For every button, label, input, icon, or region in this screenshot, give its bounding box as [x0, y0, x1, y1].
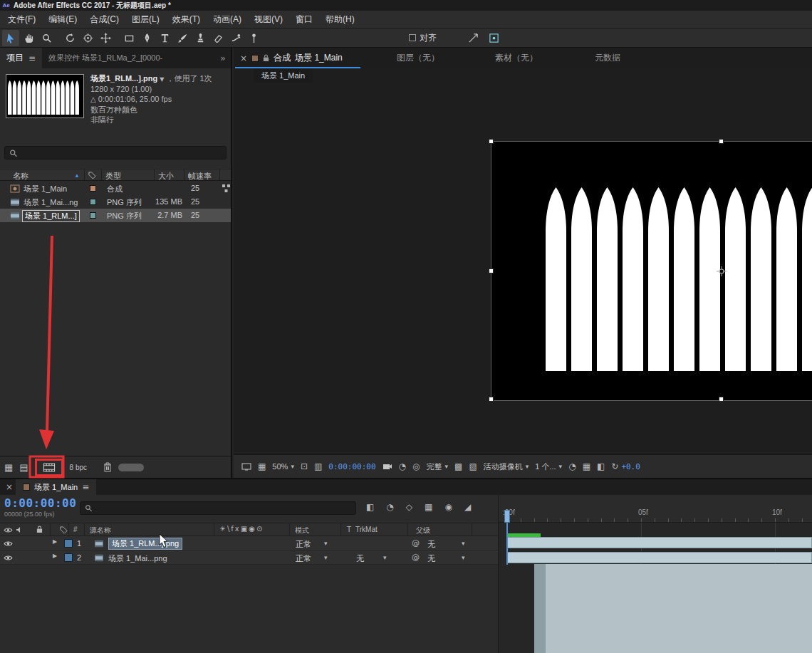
resolution-select[interactable]: 完整 ▾: [427, 461, 449, 472]
time-ruler[interactable]: :00f 05f 10f: [499, 495, 812, 523]
pen-tool[interactable]: [138, 30, 155, 46]
parent-pickwhip-icon[interactable]: @: [412, 539, 420, 547]
audio-speaker-icon[interactable]: [16, 526, 23, 533]
highlighted-new-composition-button[interactable]: [35, 459, 63, 476]
handle-bottom-mid[interactable]: [719, 397, 724, 402]
pan-behind-tool[interactable]: [97, 30, 114, 46]
lock-icon[interactable]: [263, 54, 269, 62]
brush-tool[interactable]: [174, 30, 191, 46]
viewer-comp-tab[interactable]: 场景 1_Main: [254, 68, 313, 83]
comp-mini-flowchart-icon[interactable]: ◧: [366, 503, 374, 511]
column-parent[interactable]: 父级: [416, 526, 430, 536]
zoom-tool[interactable]: [38, 30, 55, 46]
selection-tool[interactable]: [2, 30, 19, 46]
reset-exposure-icon[interactable]: ↻: [611, 462, 618, 471]
label-swatch[interactable]: [90, 185, 96, 192]
panel-menu-icon[interactable]: ≡: [28, 54, 36, 63]
blend-mode-select[interactable]: 正常: [296, 539, 311, 550]
fast-preview-icon[interactable]: ▩: [454, 462, 462, 471]
column-trkmat[interactable]: TrkMat: [355, 526, 378, 533]
tab-project[interactable]: 项目 ≡: [0, 48, 42, 68]
panel-menu-icon[interactable]: ≡: [82, 483, 89, 491]
project-row-footage[interactable]: 场景 1_Mai...ng PNG 序列 135 MB 25: [0, 195, 231, 209]
dropdown-arrow-icon[interactable]: ▾: [462, 540, 465, 547]
handle-top-mid[interactable]: [719, 139, 724, 144]
dropdown-arrow-icon[interactable]: ▾: [324, 540, 328, 547]
column-trkmat-t[interactable]: T: [347, 526, 351, 533]
project-row-comp[interactable]: 场景 1_Main 合成 25: [0, 182, 231, 195]
snap-align-toggle[interactable]: 对齐: [409, 32, 437, 44]
dropdown-arrow-icon[interactable]: ▾: [324, 555, 328, 561]
layer-duration-bar-2[interactable]: [507, 552, 812, 563]
layer-duration-bar-1[interactable]: [507, 537, 812, 548]
parent-pickwhip-icon[interactable]: @: [412, 553, 420, 561]
adjust-exposure-icon[interactable]: ◎: [412, 462, 420, 471]
frame-blending-icon[interactable]: ▦: [425, 503, 432, 511]
new-folder-icon[interactable]: ▤: [19, 463, 28, 472]
video-eye-icon[interactable]: [4, 540, 13, 547]
magnification-select[interactable]: 50% ▾: [272, 462, 294, 471]
new-composition-icon[interactable]: [43, 463, 56, 472]
menu-effect[interactable]: 效果(T): [166, 14, 207, 26]
rotation-tool[interactable]: [61, 30, 78, 46]
timeline-comp-tab[interactable]: 场景 1_Main ≡: [16, 479, 96, 495]
layer-name[interactable]: 场景 1_RLM...].png: [108, 538, 182, 550]
project-search-input[interactable]: [21, 149, 222, 157]
layer-row-2[interactable]: ▶ 2 场景 1_Mai...png 正常 ▾ 无 ▾ @ 无 ▾: [0, 550, 498, 565]
tab-footage[interactable]: 素材（无）: [495, 48, 538, 68]
project-search[interactable]: [4, 146, 227, 160]
label-column-icon[interactable]: [88, 172, 96, 179]
timeline-search-input[interactable]: [96, 504, 351, 513]
puppet-pin-tool[interactable]: [245, 30, 262, 46]
delete-trash-icon[interactable]: [103, 462, 112, 472]
menu-help[interactable]: 帮助(H): [319, 14, 361, 26]
column-fps[interactable]: 帧速率: [188, 171, 212, 182]
trkmat-select[interactable]: 无: [356, 553, 364, 564]
menu-layer[interactable]: 图层(L): [125, 14, 166, 26]
column-size[interactable]: 大小: [158, 171, 174, 182]
eraser-tool[interactable]: [209, 30, 227, 46]
filename-caret-icon[interactable]: ▼: [160, 76, 164, 83]
expand-arrow-icon[interactable]: ▶: [53, 553, 57, 559]
lock-icon[interactable]: [36, 526, 43, 533]
layer-label-chip[interactable]: [64, 553, 73, 562]
flowchart-button-icon[interactable]: ◧: [597, 462, 605, 471]
column-name[interactable]: 名称: [13, 171, 28, 182]
show-channel-icon[interactable]: ◔: [399, 462, 406, 471]
interpret-footage-icon[interactable]: ▦: [4, 463, 13, 472]
column-source-name[interactable]: 源名称: [90, 526, 111, 536]
align-checkbox[interactable]: [409, 34, 416, 41]
region-of-interest-icon[interactable]: ⊡: [301, 462, 308, 471]
tab-metadata[interactable]: 元数据: [595, 48, 620, 68]
video-eye-icon[interactable]: [4, 527, 13, 533]
parent-select[interactable]: 无: [427, 539, 435, 550]
column-index[interactable]: #: [73, 526, 78, 533]
mask-visibility-icon[interactable]: ▧: [469, 462, 477, 471]
handle-bottom-left[interactable]: [489, 397, 494, 402]
viewer-timecode[interactable]: 0:00:00:00: [328, 462, 375, 471]
parent-select[interactable]: 无: [427, 553, 435, 564]
expand-arrow-icon[interactable]: ▶: [53, 539, 57, 545]
preview-monitor-icon[interactable]: [241, 463, 251, 471]
motion-blur-icon[interactable]: ◉: [444, 503, 452, 511]
dropdown-arrow-icon[interactable]: ▾: [462, 555, 465, 561]
video-eye-icon[interactable]: [4, 555, 13, 561]
draft-3d-icon[interactable]: ◔: [386, 503, 393, 511]
menu-animation[interactable]: 动画(A): [207, 14, 248, 26]
bit-depth-button[interactable]: 8 bpc: [70, 464, 87, 471]
current-time-indicator[interactable]: [504, 510, 510, 523]
choose-grid-icon[interactable]: ▥: [314, 462, 322, 471]
tab-composition[interactable]: × 合成 场景 1_Main: [234, 48, 349, 68]
layer-switches-icons[interactable]: ☀\fx▣◉⊙: [219, 526, 264, 533]
close-tab-icon[interactable]: ×: [0, 483, 16, 491]
column-type[interactable]: 类型: [105, 171, 121, 182]
shape-tool[interactable]: [120, 30, 137, 46]
current-timecode[interactable]: 0:00:00:00: [4, 496, 76, 510]
layer-image[interactable]: [491, 142, 812, 400]
panel-resize-handle[interactable]: [118, 464, 144, 471]
timeline-button-icon[interactable]: ▦: [583, 462, 590, 471]
menu-file[interactable]: 文件(F): [1, 14, 42, 26]
timeline-search[interactable]: [80, 501, 356, 515]
label-column-icon[interactable]: [60, 526, 68, 534]
hand-tool[interactable]: [20, 30, 37, 46]
